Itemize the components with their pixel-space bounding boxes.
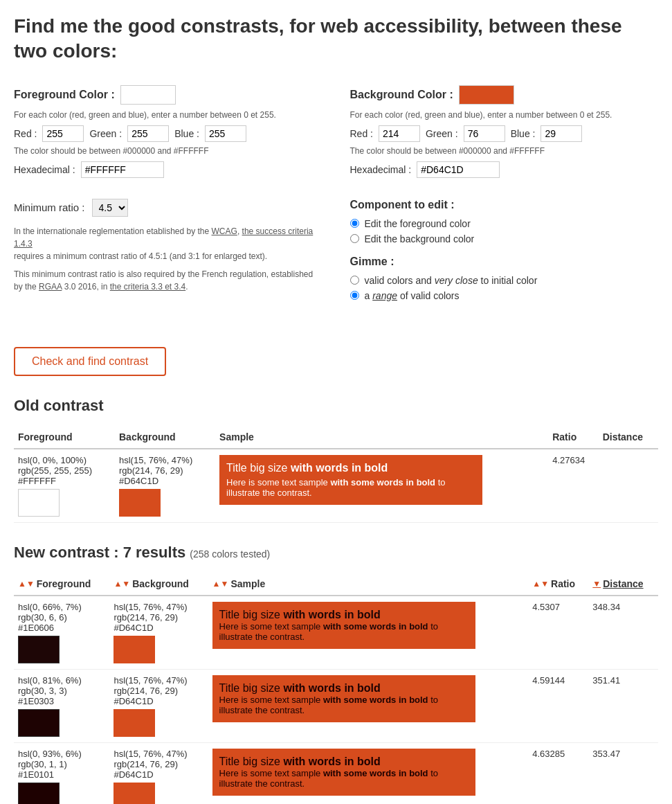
old-fg-swatch	[18, 489, 60, 517]
new-distance-cell: 351.41	[588, 669, 658, 742]
fg-red-input[interactable]	[42, 125, 84, 142]
ratio-sort-arrow: ▲▼	[532, 579, 549, 589]
component-radio-group: Edit the foreground color Edit the backg…	[350, 218, 659, 244]
edit-background-radio[interactable]	[350, 234, 359, 243]
fg-hex: #1E0303	[18, 696, 105, 706]
sample-body: Here is some text sample with some words…	[219, 768, 469, 789]
fg-swatch	[18, 783, 60, 804]
fg-blue-input[interactable]	[205, 125, 246, 142]
bg-swatch	[113, 783, 155, 804]
old-ratio-header: Ratio	[548, 426, 598, 449]
very-close-italic: very close	[435, 275, 478, 286]
bg-blue-input[interactable]	[541, 125, 582, 142]
fg-hsl: hsl(0, 81%, 6%)	[18, 675, 105, 686]
fg-green-input[interactable]	[127, 125, 169, 142]
old-contrast-title: Old contrast	[14, 397, 658, 415]
min-ratio-select[interactable]: 3 4.5 7	[92, 199, 128, 217]
new-ratio-cell: 4.5307	[528, 596, 588, 670]
fg-rgb: rgb(30, 1, 1)	[18, 759, 105, 769]
fg-hex: #1E0606	[18, 623, 105, 633]
bg-hex: #D64C1D	[113, 623, 203, 633]
new-bg-cell: hsl(15, 76%, 47%) rgb(214, 76, 29) #D64C…	[109, 742, 208, 804]
bg-rgb: rgb(214, 76, 29)	[113, 686, 203, 696]
background-section: Background Color : For each color (red, …	[350, 85, 659, 178]
old-sample-header: Sample	[215, 426, 548, 449]
bg-hex: #D64C1D	[113, 769, 203, 780]
new-contrast-subtitle: (258 colors tested)	[190, 548, 270, 560]
new-fg-header[interactable]: ▲▼ Foreground	[14, 573, 109, 596]
bg-hsl: hsl(15, 76%, 47%)	[113, 675, 203, 686]
fg-blue-label: Blue :	[174, 128, 199, 139]
new-distance-header[interactable]: ▼ Distance	[588, 573, 658, 596]
new-sample-cell: Title big size with words in bold Here i…	[208, 742, 529, 804]
new-ratio-header[interactable]: ▲▼ Ratio	[528, 573, 588, 596]
sample-sort-arrow: ▲▼	[212, 579, 229, 589]
new-bg-header[interactable]: ▲▼ Background	[109, 573, 208, 596]
old-bg-hex: #D64C1D	[119, 476, 211, 486]
range-text: range	[372, 290, 397, 301]
old-bg-cell: hsl(15, 76%, 47%) rgb(214, 76, 29) #D64C…	[115, 449, 215, 523]
foreground-hint: For each color (red, green and blue), en…	[14, 110, 323, 120]
bg-red-input[interactable]	[379, 125, 420, 142]
old-bg-hsl: hsl(15, 76%, 47%)	[119, 455, 211, 465]
background-label: Background Color :	[350, 85, 659, 105]
fg-green-label: Green :	[89, 128, 122, 139]
bg-hex-label: Hexadecimal :	[350, 164, 412, 175]
new-fg-cell: hsl(0, 93%, 6%) rgb(30, 1, 1) #1E0101	[14, 742, 109, 804]
fg-rgb: rgb(30, 6, 6)	[18, 612, 105, 623]
gimme-range-radio[interactable]	[350, 291, 359, 300]
bg-swatch	[113, 636, 155, 663]
new-distance-cell: 348.34	[588, 596, 658, 670]
old-distance-header: Distance	[599, 426, 658, 449]
distance-sort-arrow: ▼	[592, 579, 601, 589]
new-contrast-title: New contrast : 7 results (258 colors tes…	[14, 544, 658, 562]
check-contrast-button[interactable]: Check and find contrast	[14, 347, 166, 376]
old-contrast-table: Foreground Background Sample Ratio Dista…	[14, 426, 658, 523]
fg-hsl: hsl(0, 66%, 7%)	[18, 602, 105, 612]
old-fg-hsl: hsl(0, 0%, 100%)	[18, 455, 111, 465]
old-distance-cell	[599, 449, 658, 523]
gimme-close-radio[interactable]	[350, 276, 359, 285]
old-fg-hex: #FFFFFF	[18, 476, 111, 486]
fg-hex-input[interactable]	[81, 161, 164, 178]
foreground-swatch	[120, 85, 176, 105]
fg-rgb: rgb(30, 3, 3)	[18, 686, 105, 696]
new-distance-cell: 353.47	[588, 742, 658, 804]
component-title: Component to edit :	[350, 199, 659, 211]
fg-swatch	[18, 709, 60, 737]
bg-green-input[interactable]	[464, 125, 505, 142]
sample-display: Title big size with words in bold Here i…	[212, 675, 475, 722]
edit-foreground-radio[interactable]	[350, 219, 359, 228]
old-fg-rgb: rgb(255, 255, 255)	[18, 465, 111, 476]
bg-hex-input[interactable]	[417, 161, 500, 178]
page-title: Find me the good constrasts, for web acc…	[14, 14, 658, 64]
settings-section: Minimum ratio : 3 4.5 7 In the internati…	[14, 199, 323, 312]
new-fg-cell: hsl(0, 81%, 6%) rgb(30, 3, 3) #1E0303	[14, 669, 109, 742]
edit-background-label: Edit the background color	[365, 233, 475, 244]
background-swatch	[459, 85, 514, 105]
old-bg-rgb: rgb(214, 76, 29)	[119, 465, 211, 476]
fg-valid-range: The color should be between #000000 and …	[14, 146, 323, 156]
sample-display: Title big size with words in bold Here i…	[212, 749, 475, 796]
success-criteria-link[interactable]: the success criteria 1.4.3	[14, 226, 313, 249]
old-bg-header: Background	[115, 426, 215, 449]
rgaa-link[interactable]: RGAA	[39, 282, 62, 292]
bg-hsl: hsl(15, 76%, 47%)	[113, 602, 203, 612]
new-sample-cell: Title big size with words in bold Here i…	[208, 596, 529, 670]
sample-title: Title big size with words in bold	[219, 609, 469, 621]
fg-sort-arrow: ▲▼	[18, 579, 35, 589]
new-sample-header[interactable]: ▲▼ Sample	[208, 573, 529, 596]
sample-body: Here is some text sample with some words…	[219, 621, 469, 642]
criteria-link[interactable]: the criteria 3.3 et 3.4	[110, 282, 185, 292]
fg-hex-label: Hexadecimal :	[14, 164, 75, 175]
bg-hsl: hsl(15, 76%, 47%)	[113, 749, 203, 759]
edit-foreground-label: Edit the foreground color	[365, 218, 471, 229]
bg-valid-range: The color should be between #000000 and …	[350, 146, 659, 156]
sample-title: Title big size with words in bold	[219, 682, 469, 695]
wcag-link[interactable]: WCAG	[212, 226, 237, 236]
gimme-range-label: a range of valid colors	[365, 290, 460, 301]
old-ratio-cell: 4.27634	[548, 449, 598, 523]
old-fg-cell: hsl(0, 0%, 100%) rgb(255, 255, 255) #FFF…	[14, 449, 115, 523]
new-ratio-cell: 4.59144	[528, 669, 588, 742]
new-contrast-table: ▲▼ Foreground ▲▼ Background ▲▼ Sample ▲▼	[14, 573, 658, 804]
